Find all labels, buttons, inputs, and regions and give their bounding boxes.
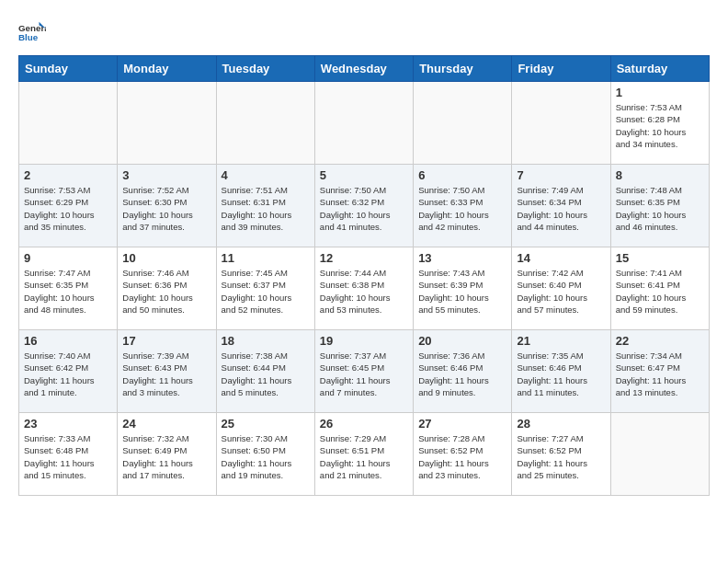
day-info: Sunrise: 7:43 AM Sunset: 6:39 PM Dayligh…	[418, 267, 506, 316]
day-info: Sunrise: 7:34 AM Sunset: 6:47 PM Dayligh…	[616, 350, 704, 398]
day-info: Sunrise: 7:52 AM Sunset: 6:30 PM Dayligh…	[122, 184, 210, 233]
calendar-cell: 17Sunrise: 7:39 AM Sunset: 6:43 PM Dayli…	[118, 330, 216, 413]
weekday-header-saturday: Saturday	[610, 56, 709, 82]
day-info: Sunrise: 7:35 AM Sunset: 6:46 PM Dayligh…	[517, 350, 605, 398]
calendar-cell: 13Sunrise: 7:43 AM Sunset: 6:39 PM Dayli…	[414, 247, 512, 330]
day-number: 24	[122, 417, 210, 431]
week-row-3: 9Sunrise: 7:47 AM Sunset: 6:35 PM Daylig…	[19, 247, 710, 330]
calendar-cell: 2Sunrise: 7:53 AM Sunset: 6:29 PM Daylig…	[19, 165, 118, 247]
calendar-cell: 21Sunrise: 7:35 AM Sunset: 6:46 PM Dayli…	[512, 330, 610, 413]
calendar-cell: 25Sunrise: 7:30 AM Sunset: 6:50 PM Dayli…	[216, 413, 314, 496]
calendar-cell: 22Sunrise: 7:34 AM Sunset: 6:47 PM Dayli…	[610, 330, 709, 413]
day-info: Sunrise: 7:36 AM Sunset: 6:46 PM Dayligh…	[418, 350, 506, 398]
calendar-cell: 4Sunrise: 7:51 AM Sunset: 6:31 PM Daylig…	[216, 165, 314, 247]
day-number: 18	[222, 334, 310, 348]
day-number: 17	[122, 334, 210, 348]
calendar-cell: 9Sunrise: 7:47 AM Sunset: 6:35 PM Daylig…	[19, 247, 118, 330]
weekday-header-monday: Monday	[118, 56, 216, 82]
calendar-cell: 5Sunrise: 7:50 AM Sunset: 6:32 PM Daylig…	[314, 165, 413, 247]
day-info: Sunrise: 7:27 AM Sunset: 6:52 PM Dayligh…	[517, 432, 605, 481]
calendar-cell: 11Sunrise: 7:45 AM Sunset: 6:37 PM Dayli…	[216, 247, 314, 330]
calendar-cell: 26Sunrise: 7:29 AM Sunset: 6:51 PM Dayli…	[314, 413, 413, 496]
day-number: 28	[517, 417, 605, 431]
calendar-cell: 19Sunrise: 7:37 AM Sunset: 6:45 PM Dayli…	[314, 330, 413, 413]
day-number: 7	[517, 168, 605, 182]
calendar-cell: 27Sunrise: 7:28 AM Sunset: 6:52 PM Dayli…	[414, 413, 512, 496]
calendar-cell: 15Sunrise: 7:41 AM Sunset: 6:41 PM Dayli…	[610, 247, 709, 330]
day-info: Sunrise: 7:53 AM Sunset: 6:29 PM Dayligh…	[24, 184, 112, 233]
day-number: 25	[222, 417, 310, 431]
day-number: 20	[418, 334, 506, 348]
week-row-1: 1Sunrise: 7:53 AM Sunset: 6:28 PM Daylig…	[19, 82, 710, 165]
week-row-5: 23Sunrise: 7:33 AM Sunset: 6:48 PM Dayli…	[19, 413, 710, 496]
day-info: Sunrise: 7:46 AM Sunset: 6:36 PM Dayligh…	[122, 267, 210, 316]
calendar-cell: 3Sunrise: 7:52 AM Sunset: 6:30 PM Daylig…	[118, 165, 216, 247]
day-info: Sunrise: 7:28 AM Sunset: 6:52 PM Dayligh…	[418, 432, 506, 481]
svg-text:Blue: Blue	[18, 32, 39, 42]
calendar-cell: 1Sunrise: 7:53 AM Sunset: 6:28 PM Daylig…	[610, 82, 709, 165]
day-info: Sunrise: 7:50 AM Sunset: 6:33 PM Dayligh…	[418, 184, 506, 233]
day-number: 14	[517, 251, 605, 265]
day-info: Sunrise: 7:50 AM Sunset: 6:32 PM Dayligh…	[320, 184, 408, 233]
logo: General Blue	[18, 18, 46, 46]
day-info: Sunrise: 7:40 AM Sunset: 6:42 PM Dayligh…	[24, 350, 112, 398]
day-info: Sunrise: 7:32 AM Sunset: 6:49 PM Dayligh…	[122, 432, 210, 481]
day-number: 21	[517, 334, 605, 348]
svg-text:General: General	[18, 23, 46, 33]
day-number: 3	[122, 168, 210, 182]
calendar-cell: 12Sunrise: 7:44 AM Sunset: 6:38 PM Dayli…	[314, 247, 413, 330]
day-info: Sunrise: 7:41 AM Sunset: 6:41 PM Dayligh…	[616, 267, 704, 316]
day-info: Sunrise: 7:53 AM Sunset: 6:28 PM Dayligh…	[616, 101, 704, 150]
day-number: 1	[616, 86, 704, 99]
day-number: 2	[24, 168, 112, 182]
day-info: Sunrise: 7:51 AM Sunset: 6:31 PM Dayligh…	[222, 184, 310, 233]
weekday-header-thursday: Thursday	[414, 56, 512, 82]
calendar-cell	[118, 82, 216, 165]
day-info: Sunrise: 7:39 AM Sunset: 6:43 PM Dayligh…	[122, 350, 210, 398]
day-info: Sunrise: 7:29 AM Sunset: 6:51 PM Dayligh…	[320, 432, 408, 481]
day-number: 16	[24, 334, 112, 348]
calendar-cell	[512, 82, 610, 165]
calendar-cell	[216, 82, 314, 165]
calendar-cell	[19, 82, 118, 165]
calendar-cell: 10Sunrise: 7:46 AM Sunset: 6:36 PM Dayli…	[118, 247, 216, 330]
calendar-cell: 28Sunrise: 7:27 AM Sunset: 6:52 PM Dayli…	[512, 413, 610, 496]
day-number: 27	[418, 417, 506, 431]
weekday-header-tuesday: Tuesday	[216, 56, 314, 82]
calendar-cell	[314, 82, 413, 165]
calendar-cell: 7Sunrise: 7:49 AM Sunset: 6:34 PM Daylig…	[512, 165, 610, 247]
calendar-cell: 23Sunrise: 7:33 AM Sunset: 6:48 PM Dayli…	[19, 413, 118, 496]
calendar-cell	[610, 413, 709, 496]
day-info: Sunrise: 7:38 AM Sunset: 6:44 PM Dayligh…	[222, 350, 310, 398]
calendar-cell: 8Sunrise: 7:48 AM Sunset: 6:35 PM Daylig…	[610, 165, 709, 247]
day-number: 5	[320, 168, 408, 182]
page-header: General Blue	[18, 18, 710, 46]
day-number: 23	[24, 417, 112, 431]
calendar-cell: 20Sunrise: 7:36 AM Sunset: 6:46 PM Dayli…	[414, 330, 512, 413]
day-info: Sunrise: 7:37 AM Sunset: 6:45 PM Dayligh…	[320, 350, 408, 398]
day-info: Sunrise: 7:47 AM Sunset: 6:35 PM Dayligh…	[24, 267, 112, 316]
calendar-cell: 18Sunrise: 7:38 AM Sunset: 6:44 PM Dayli…	[216, 330, 314, 413]
day-number: 12	[320, 251, 408, 265]
weekday-header-row: SundayMondayTuesdayWednesdayThursdayFrid…	[19, 56, 710, 82]
logo-icon: General Blue	[18, 18, 46, 46]
day-number: 19	[320, 334, 408, 348]
calendar-cell	[414, 82, 512, 165]
calendar-cell: 14Sunrise: 7:42 AM Sunset: 6:40 PM Dayli…	[512, 247, 610, 330]
day-info: Sunrise: 7:48 AM Sunset: 6:35 PM Dayligh…	[616, 184, 704, 233]
day-info: Sunrise: 7:30 AM Sunset: 6:50 PM Dayligh…	[222, 432, 310, 481]
calendar-cell: 6Sunrise: 7:50 AM Sunset: 6:33 PM Daylig…	[414, 165, 512, 247]
day-number: 26	[320, 417, 408, 431]
weekday-header-sunday: Sunday	[19, 56, 118, 82]
day-number: 11	[222, 251, 310, 265]
day-number: 4	[222, 168, 310, 182]
week-row-4: 16Sunrise: 7:40 AM Sunset: 6:42 PM Dayli…	[19, 330, 710, 413]
day-number: 9	[24, 251, 112, 265]
day-info: Sunrise: 7:42 AM Sunset: 6:40 PM Dayligh…	[517, 267, 605, 316]
day-info: Sunrise: 7:49 AM Sunset: 6:34 PM Dayligh…	[517, 184, 605, 233]
week-row-2: 2Sunrise: 7:53 AM Sunset: 6:29 PM Daylig…	[19, 165, 710, 247]
weekday-header-wednesday: Wednesday	[314, 56, 413, 82]
day-number: 13	[418, 251, 506, 265]
calendar-cell: 24Sunrise: 7:32 AM Sunset: 6:49 PM Dayli…	[118, 413, 216, 496]
day-info: Sunrise: 7:33 AM Sunset: 6:48 PM Dayligh…	[24, 432, 112, 481]
